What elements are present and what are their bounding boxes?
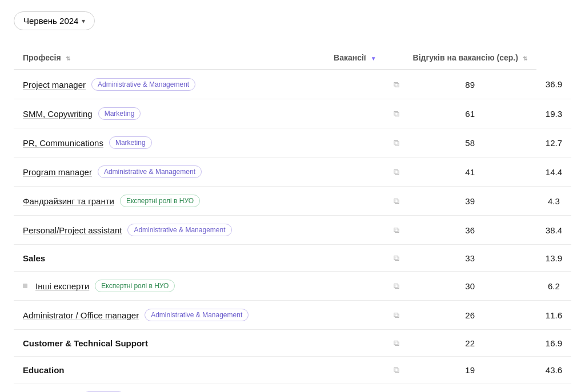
col-header-profession: Професія ⇅: [14, 46, 306, 70]
cell-external-link: ⧉: [306, 70, 403, 99]
cell-vacancies: 22: [404, 330, 536, 357]
cell-vacancies: 61: [404, 99, 536, 128]
external-link-icon[interactable]: ⧉: [394, 281, 399, 290]
professions-table: Професія ⇅ Вакансії ▼ Відгуків на ваканс…: [14, 46, 571, 392]
table-row: Інші експертиЕкспертні ролі в НУО⧉306.2: [14, 272, 571, 301]
date-picker-label: Червень 2024: [23, 16, 78, 26]
cell-external-link: ⧉: [306, 157, 403, 187]
cell-responses: 43.6: [536, 357, 571, 383]
profession-name[interactable]: Administrator / Office manager: [23, 310, 139, 320]
cell-profession: PR, CommunicationsMarketing: [14, 128, 306, 157]
profession-name[interactable]: Customer & Technical Support: [23, 338, 148, 348]
profession-tag: Administrative & Management: [145, 309, 249, 321]
cell-profession: SMM, CopywritingMarketing: [14, 99, 306, 128]
cell-responses: 12.7: [536, 128, 571, 157]
table-row: Education⧉1943.6: [14, 357, 571, 383]
table-row: Customer & Technical Support⧉2216.9: [14, 330, 571, 357]
table-row: Project managerAdministrative & Manageme…: [14, 70, 571, 99]
table-row: Фандрайзинг та грантиЕкспертні ролі в НУ…: [14, 187, 571, 216]
cell-responses: 16.9: [536, 330, 571, 357]
cell-external-link: ⧉: [306, 301, 403, 330]
external-link-icon[interactable]: ⧉: [394, 80, 399, 89]
cell-vacancies: 30: [404, 272, 536, 301]
external-link-icon[interactable]: ⧉: [394, 253, 399, 262]
sort-icon-vacancies[interactable]: ▼: [371, 55, 376, 62]
profession-tag: Marketing: [109, 136, 152, 149]
external-link-icon[interactable]: ⧉: [394, 196, 399, 205]
cell-external-link: ⧉: [306, 330, 403, 357]
cell-vacancies: 36: [404, 216, 536, 245]
cell-profession: Education: [14, 357, 306, 383]
cell-vacancies: 39: [404, 187, 536, 216]
profession-name[interactable]: Personal/Project assistant: [23, 225, 122, 235]
cell-profession: Sales: [14, 245, 306, 272]
cell-responses: 4.3: [536, 187, 571, 216]
cell-vacancies: 19: [404, 383, 536, 393]
date-picker-button[interactable]: Червень 2024 ▾: [14, 11, 95, 30]
inline-square-icon: [23, 284, 27, 288]
external-link-icon[interactable]: ⧉: [394, 138, 399, 147]
profession-tag: Administrative & Management: [91, 78, 195, 91]
profession-name[interactable]: Project manager: [23, 80, 86, 90]
external-link-icon[interactable]: ⧉: [394, 310, 399, 320]
cell-responses: 38.4: [536, 216, 571, 245]
table-row: Personal/Project assistantAdministrative…: [14, 216, 571, 245]
cell-profession: Personal/Project assistantAdministrative…: [14, 216, 306, 245]
cell-responses: 13.9: [536, 245, 571, 272]
external-link-icon[interactable]: ⧉: [394, 109, 399, 118]
profession-tag: Administrative & Management: [98, 165, 202, 178]
cell-vacancies: 26: [404, 301, 536, 330]
external-link-icon[interactable]: ⧉: [394, 365, 399, 374]
table-row: SMM, CopywritingMarketing⧉6119.3: [14, 99, 571, 128]
cell-profession: Content editorMarketing: [14, 383, 306, 393]
cell-external-link: ⧉: [306, 99, 403, 128]
sort-icon-responses[interactable]: ⇅: [523, 55, 527, 62]
profession-tag: Експертні ролі в НУО: [95, 280, 175, 292]
col-header-responses: Відгуків на вакансію (сер.) ⇅: [404, 46, 536, 70]
profession-tag: Експертні ролі в НУО: [120, 195, 200, 207]
cell-external-link: ⧉: [306, 187, 403, 216]
profession-name[interactable]: PR, Communications: [23, 138, 103, 148]
external-link-icon[interactable]: ⧉: [394, 338, 399, 347]
table-row: Program managerAdministrative & Manageme…: [14, 157, 571, 187]
table-row: Content editorMarketing⧉1924.9: [14, 383, 571, 393]
cell-vacancies: 58: [404, 128, 536, 157]
cell-responses: 6.2: [536, 272, 571, 301]
profession-name[interactable]: Education: [23, 365, 65, 375]
cell-external-link: ⧉: [306, 383, 403, 393]
table-row: Administrator / Office managerAdministra…: [14, 301, 571, 330]
cell-external-link: ⧉: [306, 216, 403, 245]
cell-responses: 11.6: [536, 301, 571, 330]
cell-vacancies: 33: [404, 245, 536, 272]
sort-icon-profession[interactable]: ⇅: [66, 55, 70, 62]
cell-vacancies: 19: [404, 357, 536, 383]
cell-vacancies: 41: [404, 157, 536, 187]
table-row: PR, CommunicationsMarketing⧉5812.7: [14, 128, 571, 157]
cell-profession: Program managerAdministrative & Manageme…: [14, 157, 306, 187]
profession-tag: Marketing: [98, 107, 141, 120]
cell-responses: 24.9: [536, 383, 571, 393]
cell-profession: Customer & Technical Support: [14, 330, 306, 357]
cell-external-link: ⧉: [306, 128, 403, 157]
cell-profession: Інші експертиЕкспертні ролі в НУО: [14, 272, 306, 301]
cell-external-link: ⧉: [306, 272, 403, 301]
cell-profession: Administrator / Office managerAdministra…: [14, 301, 306, 330]
chevron-down-icon: ▾: [82, 17, 85, 25]
cell-profession: Project managerAdministrative & Manageme…: [14, 70, 306, 99]
cell-vacancies: 89: [404, 70, 536, 99]
cell-external-link: ⧉: [306, 245, 403, 272]
profession-tag: Administrative & Management: [127, 224, 231, 236]
profession-name[interactable]: Program manager: [23, 167, 92, 177]
profession-name[interactable]: Sales: [23, 253, 45, 263]
profession-name[interactable]: SMM, Copywriting: [23, 109, 93, 119]
external-link-icon[interactable]: ⧉: [394, 225, 399, 235]
cell-responses: 19.3: [536, 99, 571, 128]
col-header-vacancies: Вакансії ▼: [306, 46, 403, 70]
external-link-icon[interactable]: ⧉: [394, 167, 399, 176]
profession-name[interactable]: Фандрайзинг та гранти: [23, 196, 114, 206]
table-row: Sales⧉3313.9: [14, 245, 571, 272]
cell-responses: 14.4: [536, 157, 571, 187]
cell-profession: Фандрайзинг та грантиЕкспертні ролі в НУ…: [14, 187, 306, 216]
cell-external-link: ⧉: [306, 357, 403, 383]
profession-name[interactable]: Інші експерти: [35, 281, 89, 291]
